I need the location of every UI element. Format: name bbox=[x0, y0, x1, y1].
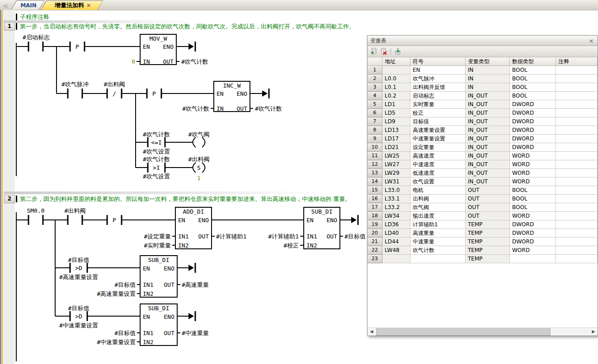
edge-contact-p[interactable]: P bbox=[147, 89, 161, 98]
row-number[interactable]: 15 bbox=[367, 186, 382, 195]
cell-vartype[interactable]: IN_OUT bbox=[466, 117, 510, 126]
cell-note[interactable] bbox=[556, 203, 598, 212]
row-number[interactable]: 14 bbox=[367, 177, 382, 186]
cell-address[interactable] bbox=[382, 255, 410, 263]
cell-datatype[interactable]: DWORD bbox=[510, 126, 556, 135]
cell-datatype[interactable]: DWORD bbox=[510, 229, 556, 238]
cell-symbol[interactable] bbox=[410, 255, 466, 263]
cell-vartype[interactable]: IN_OUT bbox=[466, 160, 510, 169]
export-table-button[interactable] bbox=[394, 47, 402, 56]
cell-datatype[interactable]: DWORD bbox=[510, 220, 556, 229]
cell-datatype[interactable]: BOOL bbox=[510, 83, 556, 92]
cell-datatype[interactable]: DWORD bbox=[510, 109, 556, 117]
cell-address[interactable]: LW31 bbox=[382, 177, 410, 186]
cell-symbol[interactable]: 高速重量设置 bbox=[410, 126, 466, 135]
cell-note[interactable] bbox=[556, 246, 598, 255]
cell-address[interactable]: L0.0 bbox=[382, 75, 410, 83]
cell-note[interactable] bbox=[556, 169, 598, 177]
cell-symbol[interactable]: 输出速度 bbox=[410, 212, 466, 220]
cell-datatype[interactable]: WORD bbox=[510, 152, 556, 160]
cell-datatype[interactable]: BOOL bbox=[510, 203, 556, 212]
cell-symbol[interactable]: 出料阀 bbox=[410, 195, 466, 203]
cell-address[interactable]: LW27 bbox=[382, 160, 410, 169]
delete-row-button[interactable] bbox=[380, 47, 388, 56]
coil-set-chuliaofa[interactable]: S #出料阀 1 bbox=[188, 156, 210, 182]
cell-note[interactable] bbox=[556, 195, 598, 203]
cell-symbol[interactable]: 目标值 bbox=[410, 117, 466, 126]
row-number[interactable]: 22 bbox=[367, 246, 382, 255]
cell-symbol[interactable]: 吹气计数 bbox=[410, 246, 466, 255]
row-number[interactable]: 8 bbox=[367, 126, 382, 135]
row-number[interactable]: 12 bbox=[367, 160, 382, 169]
operand-out[interactable]: #吹气计数 bbox=[255, 105, 282, 112]
cell-symbol[interactable]: 电机 bbox=[410, 186, 466, 195]
operand-in[interactable]: #吹气计数 bbox=[182, 105, 209, 112]
column-header-symbol[interactable]: 符号 bbox=[410, 57, 466, 66]
tab-close-icon[interactable]: × bbox=[86, 3, 91, 8]
cell-note[interactable] bbox=[556, 229, 598, 238]
cell-note[interactable] bbox=[556, 238, 598, 246]
horizontal-scrollbar[interactable]: ◀ ▶ bbox=[367, 327, 598, 336]
tab-zengliangfa-jialiao[interactable]: 增量法加料 × bbox=[41, 0, 103, 10]
row-number[interactable]: 18 bbox=[367, 212, 382, 220]
cell-datatype[interactable] bbox=[510, 255, 556, 263]
cell-symbol[interactable]: 中速速度 bbox=[410, 160, 466, 169]
cell-address[interactable] bbox=[382, 66, 410, 75]
row-number[interactable]: 1 bbox=[367, 66, 382, 75]
cell-address[interactable]: LD17 bbox=[382, 135, 410, 143]
operand-in2[interactable]: #校正 bbox=[283, 242, 299, 249]
cell-vartype[interactable]: IN_OUT bbox=[466, 135, 510, 143]
cell-address[interactable]: LW29 bbox=[382, 169, 410, 177]
cell-vartype[interactable]: TEMP bbox=[466, 246, 510, 255]
cell-datatype[interactable]: WORD bbox=[510, 246, 556, 255]
cell-note[interactable] bbox=[556, 220, 598, 229]
cell-vartype[interactable]: IN_OUT bbox=[466, 126, 510, 135]
cell-symbol[interactable]: 中速重量 bbox=[410, 238, 466, 246]
cell-vartype[interactable]: IN_OUT bbox=[466, 177, 510, 186]
row-number[interactable]: 16 bbox=[367, 195, 382, 203]
cell-vartype[interactable]: TEMP bbox=[466, 229, 510, 238]
cell-address[interactable]: LD5 bbox=[382, 109, 410, 117]
cell-note[interactable] bbox=[556, 143, 598, 152]
operand-in1[interactable]: #设定重量 bbox=[144, 233, 171, 240]
row-number[interactable]: 9 bbox=[367, 135, 382, 143]
row-number[interactable]: 13 bbox=[367, 169, 382, 177]
cell-note[interactable] bbox=[556, 100, 598, 109]
cell-symbol[interactable]: 吹气设置 bbox=[410, 177, 466, 186]
cell-symbol[interactable]: 计算辅助1 bbox=[410, 220, 466, 229]
cell-datatype[interactable]: BOOL bbox=[510, 186, 556, 195]
cell-address[interactable]: LD21 bbox=[382, 143, 410, 152]
cell-note[interactable] bbox=[556, 177, 598, 186]
column-header-datatype[interactable]: 数据类型 bbox=[510, 57, 556, 66]
coil-chuiqifa[interactable]: #吹气阀 bbox=[188, 131, 210, 147]
variable-table-titlebar[interactable]: 变量表 × bbox=[367, 36, 598, 46]
cell-address[interactable]: LW34 bbox=[382, 212, 410, 220]
operand-out[interactable]: #计算辅助1 bbox=[216, 233, 247, 240]
compare-contact-gtd-mid[interactable]: >D #目标值 #中速重量设置 bbox=[59, 305, 98, 329]
cell-datatype[interactable]: WORD bbox=[510, 177, 556, 186]
cell-note[interactable] bbox=[556, 66, 598, 75]
contact-sm00[interactable]: SM0.0 bbox=[27, 207, 44, 225]
cell-datatype[interactable]: DWORD bbox=[510, 143, 556, 152]
cell-note[interactable] bbox=[556, 92, 598, 100]
compare-contact-leq[interactable]: <=I #吹气计数 #吹气设置 bbox=[143, 131, 170, 155]
cell-vartype[interactable]: TEMP bbox=[466, 255, 510, 263]
cell-symbol[interactable]: 校正 bbox=[410, 109, 466, 117]
row-number[interactable]: 5 bbox=[367, 100, 382, 109]
cell-vartype[interactable]: IN_OUT bbox=[466, 109, 510, 117]
cell-vartype[interactable]: OUT bbox=[466, 203, 510, 212]
cell-address[interactable]: LD1 bbox=[382, 100, 410, 109]
row-number[interactable]: 11 bbox=[367, 152, 382, 160]
operand-in2[interactable]: #高速重量设置 bbox=[97, 290, 136, 297]
edge-contact-p[interactable]: P bbox=[107, 215, 122, 225]
cell-datatype[interactable]: BOOL bbox=[510, 92, 556, 100]
operand-in2[interactable]: #中速重量设置 bbox=[97, 339, 136, 345]
contact-qidongbiaozhi[interactable]: #启动标志 bbox=[23, 34, 50, 51]
cell-datatype[interactable]: DWORD bbox=[510, 135, 556, 143]
contact-chuliaofa[interactable]: #出料阀 bbox=[65, 207, 86, 225]
cell-datatype[interactable]: BOOL bbox=[510, 75, 556, 83]
cell-datatype[interactable]: WORD bbox=[510, 160, 556, 169]
cell-datatype[interactable]: WORD bbox=[510, 169, 556, 177]
cell-vartype[interactable]: IN_OUT bbox=[466, 143, 510, 152]
cell-datatype[interactable]: DWORD bbox=[510, 117, 556, 126]
